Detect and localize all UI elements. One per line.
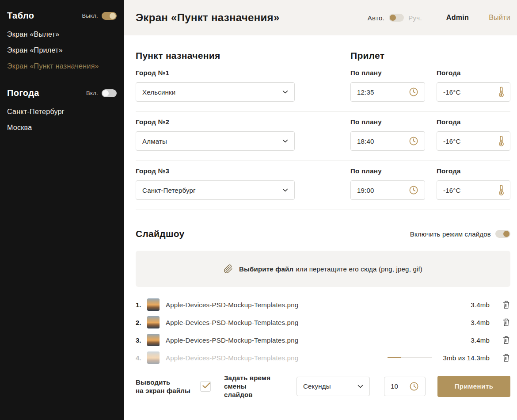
interval-unit-value: Секунды [303, 382, 331, 390]
sidebar-section-weather: Погода Вкл. Санкт-Петербург Москва [7, 88, 117, 132]
file-number: 2. [136, 319, 147, 326]
file-name: Apple-Devices-PSD-Mockup-Templates.png [166, 301, 471, 309]
toggle-knob [390, 15, 396, 21]
slide-interval-label: Задать время смены слайдов [224, 374, 291, 399]
weather-temp-value: -16°C [443, 88, 461, 96]
toggle-knob [103, 90, 109, 96]
mode-toggle[interactable] [389, 14, 404, 22]
auto-mode-label: Авто. [368, 14, 384, 22]
content: Пункт назначения Прилет Город №1 Хельсин… [124, 35, 517, 399]
plan-time-input-1[interactable]: 12:35 [350, 82, 425, 102]
sidebar-section-board: Табло Выкл. Экран «Вылет» Экран «Прилет»… [7, 11, 117, 70]
city-select-1[interactable]: Хельсинки [136, 82, 295, 102]
user-name[interactable]: Admin [446, 14, 469, 22]
cancel-upload-button[interactable] [502, 353, 510, 363]
file-number: 4. [136, 354, 147, 362]
sidebar-item-saint-petersburg[interactable]: Санкт-Петербург [7, 108, 117, 116]
toggle-knob [110, 13, 116, 19]
clock-icon [409, 87, 418, 97]
delete-file-button[interactable] [502, 300, 510, 309]
file-name: Apple-Devices-PSD-Mockup-Templates.png [166, 336, 471, 344]
file-number: 1. [136, 301, 147, 309]
file-row: 2. Apple-Devices-PSD-Mockup-Templates.pn… [136, 313, 510, 331]
upload-instructions: Выбирите файлили перетащите его сюда (pn… [239, 265, 422, 273]
weather-temp-input-3[interactable]: -16°C [437, 180, 510, 200]
board-toggle[interactable] [102, 12, 117, 20]
trash-icon [503, 318, 509, 326]
plan-label: По плану [350, 167, 425, 175]
file-number: 3. [136, 336, 147, 344]
trash-icon [503, 301, 509, 309]
weather-temp-input-2[interactable]: -16°C [437, 131, 510, 151]
apply-button[interactable]: Применить [437, 376, 510, 397]
weather-temp-input-1[interactable]: -16°C [437, 82, 510, 102]
display-files-label: Выводить на экран файлы [136, 378, 198, 395]
interval-value-input[interactable]: 10 [384, 377, 426, 396]
app: Табло Выкл. Экран «Вылет» Экран «Прилет»… [0, 0, 517, 420]
manual-mode-label: Руч. [408, 14, 422, 22]
plan-label: По плану [350, 69, 425, 76]
weather-temp-value: -16°C [443, 137, 461, 145]
file-thumbnail [147, 316, 160, 328]
file-name: Apple-Devices-PSD-Mockup-Templates.png [166, 354, 388, 362]
trash-icon [503, 354, 509, 362]
delete-file-button[interactable] [502, 317, 510, 327]
chevron-down-icon [357, 385, 363, 388]
file-upload-size: 3mb из 14.3mb [443, 354, 490, 362]
plan-time-input-2[interactable]: 18:40 [350, 131, 425, 151]
upload-progress-bar [388, 357, 432, 358]
file-thumbnail [147, 351, 160, 364]
chevron-down-icon [282, 90, 288, 94]
destination-heading: Пункт назначения [136, 50, 295, 61]
sidebar-weather-title: Погода [7, 88, 39, 98]
weather-temp-value: -16°C [443, 187, 461, 194]
city-select-3[interactable]: Санкт-Петербург [136, 180, 295, 200]
check-icon [202, 382, 210, 389]
file-name: Apple-Devices-PSD-Mockup-Templates.png [166, 319, 471, 326]
main-area: Экран «Пункт назначения» Авто. Руч. Admi… [124, 0, 517, 420]
plan-time-input-3[interactable]: 19:00 [350, 180, 425, 200]
delete-file-button[interactable] [502, 335, 510, 345]
file-size: 3.4mb [471, 301, 490, 309]
board-toggle-label: Выкл. [82, 12, 98, 19]
clock-icon [409, 185, 418, 195]
slideshow-header: Слайдшоу Включить режим слайдов [136, 229, 510, 239]
toggle-knob [503, 231, 509, 237]
destination-headings: Пункт назначения Прилет [136, 50, 510, 61]
plan-label: По плану [350, 118, 425, 126]
city-select-2[interactable]: Алматы [136, 131, 295, 151]
weather-label: Погода [437, 167, 510, 175]
logout-button[interactable]: Выйти [489, 14, 510, 22]
top-header: Экран «Пункт назначения» Авто. Руч. Admi… [124, 0, 517, 35]
weather-label: Погода [437, 118, 510, 126]
plan-time-value: 19:00 [357, 187, 374, 194]
thermometer-icon [499, 87, 504, 98]
weather-label: Погода [437, 69, 510, 76]
page-title: Экран «Пункт назначения» [136, 11, 280, 24]
city-select-value: Хельсинки [142, 88, 175, 96]
file-size: 3.4mb [471, 336, 490, 344]
interval-value: 10 [391, 382, 398, 390]
file-upload-dropzone[interactable]: Выбирите файлили перетащите его сюда (pn… [136, 251, 510, 287]
sidebar-item-arrival-screen[interactable]: Экран «Прилет» [7, 46, 117, 54]
file-thumbnail [147, 334, 160, 346]
slideshow-heading: Слайдшоу [136, 229, 185, 239]
plan-time-value: 18:40 [357, 137, 374, 145]
sidebar-board-title: Табло [7, 11, 34, 21]
sidebar-item-moscow[interactable]: Москва [7, 124, 117, 132]
weather-toggle-label: Вкл. [86, 90, 98, 96]
arrival-heading: Прилет [350, 50, 510, 61]
file-thumbnail [147, 298, 160, 311]
destination-row: Город №3 Санкт-Петербург По плану 19:00 … [136, 161, 510, 210]
chevron-down-icon [282, 139, 288, 143]
weather-toggle[interactable] [102, 89, 117, 97]
interval-unit-select[interactable]: Секунды [297, 377, 370, 396]
sidebar-item-destination-screen[interactable]: Экран «Пункт назначения» [7, 62, 117, 70]
trash-icon [503, 336, 509, 344]
file-row-uploading: 4. Apple-Devices-PSD-Mockup-Templates.pn… [136, 349, 510, 367]
slideshow-mode-toggle[interactable] [495, 230, 510, 238]
city-select-value: Санкт-Петербург [142, 187, 196, 194]
display-files-checkbox[interactable] [200, 381, 211, 392]
sidebar-item-departure-screen[interactable]: Экран «Вылет» [7, 31, 117, 38]
clock-icon [409, 382, 419, 391]
